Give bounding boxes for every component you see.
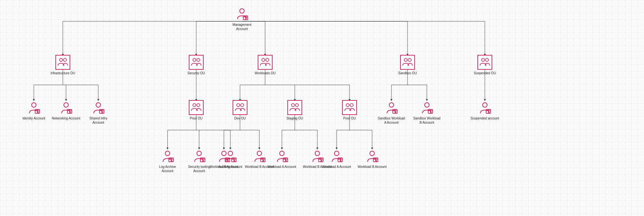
log-archive-icon: [160, 149, 175, 163]
security-ou-label: Security OU: [187, 71, 205, 75]
sandbox-wl-a-icon: [384, 100, 399, 115]
svg-point-50: [262, 58, 265, 61]
node-prod-wl-a: Workload A Account: [322, 149, 351, 169]
svg-point-100: [315, 151, 320, 156]
dev-ou-icon: [233, 100, 247, 115]
staging-wl-a-label: Workload A Account: [268, 165, 296, 169]
infra-ou-icon: [55, 55, 70, 70]
sandbox-ou-icon: [400, 55, 415, 70]
networking-icon: [59, 100, 73, 115]
node-security-ou: Security OU: [182, 55, 211, 75]
svg-point-51: [266, 58, 269, 61]
staging-ou-label: Staging OU: [286, 116, 303, 120]
staging-ou-icon: [287, 100, 302, 115]
node-dev-wl-a: Workload A Account: [209, 149, 238, 169]
svg-point-49: [197, 58, 200, 61]
svg-point-43: [240, 9, 244, 13]
svg-point-97: [280, 151, 284, 156]
node-sandbox-wl-b: Sandbox Workload B Account: [412, 100, 441, 125]
prod-wl-a-label: Workload A Account: [322, 165, 351, 169]
svg-point-67: [237, 104, 240, 107]
dev-ou-label: Dev OU: [234, 116, 246, 120]
node-staging-wl-a: Workload A Account: [267, 149, 296, 169]
node-suspended-ou: Suspended OU: [470, 55, 499, 75]
management-icon: [235, 6, 249, 21]
node-log-archive: Log Archive Account: [153, 149, 182, 173]
node-shared-infra: Shared Infra Account: [84, 100, 113, 125]
svg-point-76: [425, 103, 429, 107]
svg-point-69: [292, 104, 294, 107]
node-dev-ou: Dev OU: [226, 100, 255, 120]
svg-point-73: [389, 103, 394, 107]
infra-ou-label: Infrastructure OU: [51, 71, 75, 75]
node-identity: Identity Account: [19, 100, 48, 120]
dev-wl-b-icon: [252, 149, 267, 163]
prod-wl-a-icon: [329, 149, 344, 163]
node-management: Management Account: [227, 6, 256, 31]
suspended-acct-label: Suspended account: [471, 116, 499, 120]
prod-ou-sec-label: Prod OU: [190, 116, 203, 120]
svg-point-62: [96, 103, 101, 107]
svg-point-47: [63, 58, 66, 61]
staging-wl-a-icon: [274, 149, 289, 163]
sandbox-wl-b-label: Sandbox Workload B Account: [412, 116, 441, 125]
security-ou-icon: [189, 55, 204, 70]
svg-point-68: [241, 104, 244, 107]
node-prod-ou-sec: Prod OU: [182, 100, 211, 120]
workloads-ou-label: Workloads OU: [255, 71, 276, 75]
dev-wl-a-icon: [216, 149, 231, 163]
svg-point-55: [485, 58, 488, 61]
svg-point-70: [295, 104, 298, 107]
prod-wl-b-label: Workload B Account: [358, 165, 387, 169]
svg-point-79: [483, 103, 487, 107]
svg-point-52: [404, 58, 407, 61]
node-staging-ou: Staging OU: [280, 100, 309, 120]
sandbox-ou-label: Sandbox OU: [398, 71, 417, 75]
svg-point-66: [197, 104, 200, 107]
node-sandbox-wl-a: Sandbox Workload A Account: [377, 100, 406, 125]
svg-point-54: [482, 58, 485, 61]
node-prod-wl-b: Workload B Account: [358, 149, 387, 169]
prod-ou-wl-icon: [342, 100, 357, 115]
networking-label: Networking Account: [52, 116, 80, 120]
svg-point-71: [346, 104, 349, 107]
node-sandbox-ou: Sandbox OU: [393, 55, 422, 75]
prod-wl-b-icon: [365, 149, 380, 163]
svg-point-85: [197, 151, 201, 156]
diagram-canvas: Management Account Infrastructure OU Sec…: [0, 0, 644, 216]
node-prod-ou-wl: Prod OU: [335, 100, 364, 120]
svg-point-72: [350, 104, 353, 107]
node-workloads-ou: Workloads OU: [251, 55, 280, 75]
svg-point-53: [408, 58, 411, 61]
svg-point-48: [193, 58, 196, 61]
management-label: Management Account: [227, 23, 256, 31]
node-infra-ou: Infrastructure OU: [48, 55, 77, 75]
suspended-ou-icon: [477, 55, 492, 70]
svg-point-91: [222, 151, 226, 156]
sandbox-wl-b-icon: [419, 100, 434, 115]
shared-infra-icon: [91, 100, 106, 115]
svg-point-56: [32, 103, 36, 107]
svg-point-46: [60, 58, 62, 61]
identity-label: Identity Account: [23, 116, 45, 120]
suspended-acct-icon: [477, 100, 492, 115]
shared-infra-label: Shared Infra Account: [84, 116, 113, 125]
svg-point-65: [193, 104, 196, 107]
workloads-ou-icon: [258, 55, 273, 70]
svg-point-106: [370, 151, 374, 156]
svg-point-94: [257, 151, 262, 156]
node-networking: Networking Account: [52, 100, 81, 120]
prod-ou-wl-label: Prod OU: [343, 116, 356, 120]
node-suspended-acct: Suspended account: [470, 100, 499, 120]
svg-point-82: [165, 151, 170, 156]
svg-point-103: [334, 151, 339, 156]
prod-ou-sec-icon: [189, 100, 204, 115]
log-archive-label: Log Archive Account: [153, 165, 182, 173]
sandbox-wl-a-label: Sandbox Workload A Account: [377, 116, 406, 125]
svg-point-59: [64, 103, 68, 107]
suspended-ou-label: Suspended OU: [474, 71, 496, 75]
security-tooling-icon: [192, 149, 207, 163]
dev-wl-a-label: Workload A Account: [210, 165, 238, 169]
identity-icon: [26, 100, 41, 115]
